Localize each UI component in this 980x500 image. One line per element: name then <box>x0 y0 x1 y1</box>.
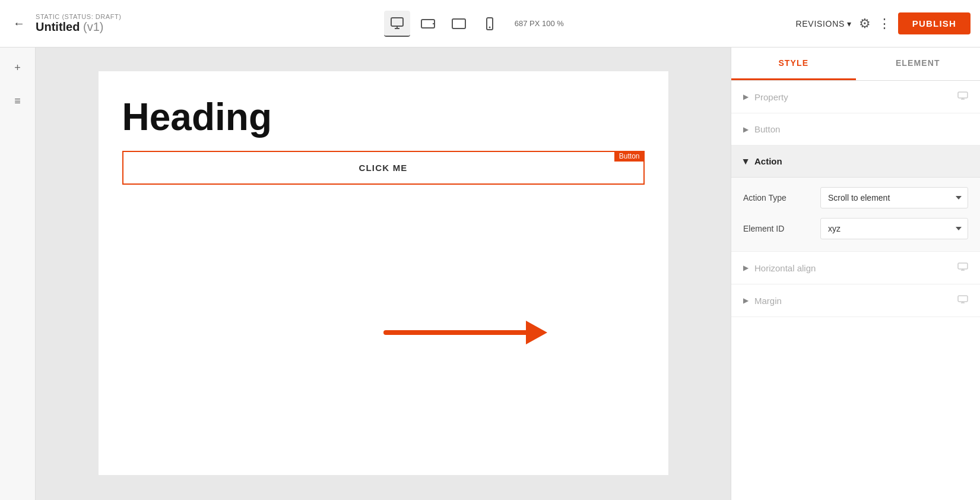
page-title: Untitled (v1) <box>36 20 122 34</box>
element-id-label: Element ID <box>743 224 820 233</box>
monitor-icon-align <box>957 262 968 273</box>
action-section-label: Action <box>754 156 968 166</box>
arrow-indicator <box>383 321 547 344</box>
add-element-button[interactable]: + <box>7 57 28 78</box>
svg-rect-0 <box>391 18 403 26</box>
canvas-page: Heading Button CLICK ME <box>99 71 668 475</box>
mobile-device-button[interactable] <box>477 11 503 37</box>
element-id-row: Element ID xyz abc section-1 footer <box>743 218 968 239</box>
chevron-right-icon-margin: ▶ <box>743 296 749 305</box>
chevron-right-icon-align: ▶ <box>743 264 749 272</box>
widescreen-device-button[interactable] <box>446 11 472 37</box>
action-section-content: Action Type Scroll to element Open URL G… <box>731 178 980 252</box>
section-horizontal-align[interactable]: ▶ Horizontal align <box>731 252 980 284</box>
device-toolbar: 687 PX 100 % <box>161 11 786 37</box>
element-id-select[interactable]: xyz abc section-1 footer <box>820 218 968 239</box>
action-type-row: Action Type Scroll to element Open URL G… <box>743 187 968 208</box>
canvas-heading: Heading <box>122 95 645 139</box>
svg-rect-8 <box>958 92 968 98</box>
section-action[interactable]: ▶ Action <box>731 145 980 178</box>
chevron-right-icon: ▶ <box>743 93 749 101</box>
panel-tabs: STYLE ELEMENT <box>731 48 980 81</box>
arrow-head <box>526 321 547 344</box>
more-options-icon[interactable]: ⋮ <box>878 16 891 31</box>
settings-icon[interactable]: ⚙ <box>859 16 871 31</box>
horizontal-align-label: Horizontal align <box>754 263 957 273</box>
publish-button[interactable]: PUBLISH <box>898 12 971 34</box>
chevron-down-icon: ▾ <box>847 19 852 29</box>
header-left: ← STATIC (STATUS: DRAFT) Untitled (v1) <box>9 13 152 34</box>
section-button[interactable]: ▶ Button <box>731 113 980 145</box>
property-section-label: Property <box>754 92 957 102</box>
svg-rect-5 <box>452 19 465 29</box>
back-button[interactable]: ← <box>9 14 28 33</box>
arrow-line <box>383 330 526 335</box>
desktop-device-button[interactable] <box>384 11 410 37</box>
chevron-down-icon-action: ▶ <box>742 159 750 164</box>
action-type-select[interactable]: Scroll to element Open URL Go to page To… <box>820 187 968 208</box>
status-label: STATIC (STATUS: DRAFT) <box>36 13 122 20</box>
canvas-click-me-button[interactable]: CLICK ME <box>123 152 643 183</box>
header-right: REVISIONS ▾ ⚙ ⋮ PUBLISH <box>796 12 971 34</box>
main-layout: + ≡ Heading Button CLICK ME STYLE ELEMEN… <box>0 48 980 500</box>
canvas-area: Heading Button CLICK ME <box>36 48 731 500</box>
svg-rect-3 <box>421 20 435 28</box>
monitor-icon-margin <box>957 295 968 306</box>
button-element-tag: Button <box>614 151 645 162</box>
margin-label: Margin <box>754 296 957 306</box>
revisions-button[interactable]: REVISIONS ▾ <box>796 19 852 29</box>
section-margin[interactable]: ▶ Margin <box>731 284 980 317</box>
svg-rect-11 <box>958 263 968 269</box>
menu-button[interactable]: ≡ <box>7 90 28 112</box>
title-block: STATIC (STATUS: DRAFT) Untitled (v1) <box>36 13 122 34</box>
section-property[interactable]: ▶ Property <box>731 81 980 113</box>
tab-style[interactable]: STYLE <box>731 48 856 80</box>
button-section-label: Button <box>754 124 968 134</box>
monitor-icon-property <box>957 91 968 102</box>
viewport-info: 687 PX 100 % <box>515 19 564 28</box>
right-panel: STYLE ELEMENT ▶ Property ▶ Button ▶ Acti… <box>731 48 980 500</box>
header: ← STATIC (STATUS: DRAFT) Untitled (v1) <box>0 0 980 48</box>
chevron-right-icon-button: ▶ <box>743 125 749 134</box>
tab-element[interactable]: ELEMENT <box>856 48 981 80</box>
svg-rect-14 <box>958 296 968 302</box>
button-element[interactable]: Button CLICK ME <box>122 151 645 185</box>
tablet-landscape-device-button[interactable] <box>415 11 441 37</box>
action-type-label: Action Type <box>743 193 820 202</box>
left-sidebar: + ≡ <box>0 48 36 500</box>
